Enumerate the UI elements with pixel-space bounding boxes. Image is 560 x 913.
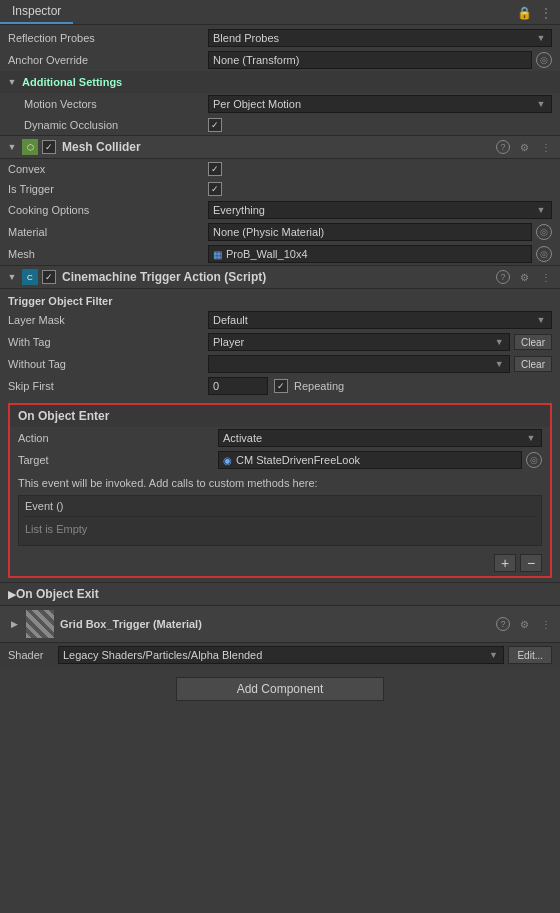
target-row: Target ◉ CM StateDrivenFreeLook ◎: [10, 449, 550, 471]
material-thumbnail: [26, 610, 54, 638]
inspector-tab-label: Inspector: [12, 4, 61, 18]
dropdown-arrow-icon: ▼: [493, 337, 505, 347]
anchor-override-target-btn[interactable]: ◎: [536, 52, 552, 68]
material-settings-icon[interactable]: ⚙: [516, 616, 532, 632]
motion-vectors-row: Motion Vectors Per Object Motion ▼: [0, 93, 560, 115]
convex-row: Convex ✓: [0, 159, 560, 179]
dropdown-arrow-icon: ▼: [487, 650, 499, 660]
cooking-options-dropdown[interactable]: Everything ▼: [208, 201, 552, 219]
reflection-probes-row: Reflection Probes Blend Probes ▼: [0, 25, 560, 49]
cinemachine-help-icon[interactable]: ?: [496, 270, 510, 284]
target-cm-icon: ◉: [223, 455, 232, 466]
material-help-icon[interactable]: ?: [496, 617, 510, 631]
cinemachine-settings-icon[interactable]: ⚙: [516, 269, 532, 285]
cinemachine-header[interactable]: ▼ C ✓ Cinemachine Trigger Action (Script…: [0, 265, 560, 289]
mesh-collider-icon: ⬡: [22, 139, 38, 155]
action-dropdown[interactable]: Activate ▼: [218, 429, 542, 447]
target-field[interactable]: ◉ CM StateDrivenFreeLook: [218, 451, 522, 469]
skip-first-row: Skip First ✓ Repeating: [0, 375, 560, 397]
without-tag-label: Without Tag: [8, 358, 208, 370]
motion-vectors-label: Motion Vectors: [8, 98, 208, 110]
event-label: Event (): [25, 500, 535, 512]
cinemachine-enabled-checkbox[interactable]: ✓: [42, 270, 56, 284]
lock-icon[interactable]: 🔒: [517, 6, 532, 20]
shader-label: Shader: [8, 649, 58, 661]
action-label: Action: [18, 432, 218, 444]
add-component-bar: Add Component: [0, 667, 560, 711]
dropdown-arrow-icon: ▼: [493, 359, 505, 369]
is-trigger-label: Is Trigger: [8, 183, 208, 195]
without-tag-dropdown[interactable]: ▼: [208, 355, 510, 373]
motion-vectors-dropdown[interactable]: Per Object Motion ▼: [208, 95, 552, 113]
reflection-probes-dropdown[interactable]: Blend Probes ▼: [208, 29, 552, 47]
mesh-collider-menu-icon[interactable]: ⋮: [538, 139, 554, 155]
with-tag-dropdown[interactable]: Player ▼: [208, 333, 510, 351]
mesh-grid-icon: ▦: [213, 249, 222, 260]
skip-first-input[interactable]: [208, 377, 268, 395]
chevron-right-icon: ▶: [11, 619, 18, 629]
add-component-button[interactable]: Add Component: [176, 677, 385, 701]
skip-first-checkbox[interactable]: ✓: [274, 379, 288, 393]
additional-settings-header[interactable]: ▼ Additional Settings: [0, 71, 560, 93]
more-options-icon[interactable]: ⋮: [540, 6, 552, 20]
mesh-target-btn[interactable]: ◎: [536, 246, 552, 262]
is-trigger-row: Is Trigger ✓: [0, 179, 560, 199]
shader-dropdown[interactable]: Legacy Shaders/Particles/Alpha Blended ▼: [58, 646, 504, 664]
remove-event-button[interactable]: −: [520, 554, 542, 572]
target-select-btn[interactable]: ◎: [526, 452, 542, 468]
shader-edit-button[interactable]: Edit...: [508, 646, 552, 664]
material-row: Material None (Physic Material) ◎: [0, 221, 560, 243]
dynamic-occlusion-label: Dynamic Occlusion: [8, 119, 208, 131]
mesh-collider-help-icon[interactable]: ?: [496, 140, 510, 154]
material-header: ▶ Grid Box_Trigger (Material) ? ⚙ ⋮: [0, 606, 560, 643]
chevron-down-icon: ▼: [6, 271, 18, 283]
trigger-object-filter-label: Trigger Object Filter: [8, 295, 113, 307]
material-target-btn[interactable]: ◎: [536, 224, 552, 240]
material-title: Grid Box_Trigger (Material): [60, 618, 496, 630]
dynamic-occlusion-checkbox[interactable]: ✓: [208, 118, 222, 132]
event-box: Event () List is Empty: [18, 495, 542, 546]
without-tag-row: Without Tag ▼ Clear: [0, 353, 560, 375]
layer-mask-dropdown[interactable]: Default ▼: [208, 311, 552, 329]
cinemachine-icon: C: [22, 269, 38, 285]
dropdown-arrow-icon: ▼: [535, 99, 547, 109]
mesh-collider-header[interactable]: ▼ ⬡ ✓ Mesh Collider ? ⚙ ⋮: [0, 135, 560, 159]
chevron-right-icon: ▶: [8, 588, 16, 601]
with-tag-label: With Tag: [8, 336, 208, 348]
convex-checkbox[interactable]: ✓: [208, 162, 222, 176]
mesh-row: Mesh ▦ ProB_Wall_10x4 ◎: [0, 243, 560, 265]
convex-label: Convex: [8, 163, 208, 175]
on-object-exit-header[interactable]: ▶ On Object Exit: [0, 582, 560, 605]
material-collapse-btn[interactable]: ▶: [6, 619, 22, 629]
with-tag-row: With Tag Player ▼ Clear: [0, 331, 560, 353]
dynamic-occlusion-row: Dynamic Occlusion ✓: [0, 115, 560, 135]
mesh-collider-title: Mesh Collider: [62, 140, 496, 154]
reflection-probes-label: Reflection Probes: [8, 32, 208, 44]
inspector-tab[interactable]: Inspector: [0, 0, 73, 24]
cooking-options-row: Cooking Options Everything ▼: [0, 199, 560, 221]
cinemachine-menu-icon[interactable]: ⋮: [538, 269, 554, 285]
mesh-field[interactable]: ▦ ProB_Wall_10x4: [208, 245, 532, 263]
anchor-override-label: Anchor Override: [8, 54, 208, 66]
without-tag-clear-button[interactable]: Clear: [514, 356, 552, 372]
add-event-button[interactable]: +: [494, 554, 516, 572]
skip-first-label: Skip First: [8, 380, 208, 392]
dropdown-arrow-icon: ▼: [525, 433, 537, 443]
cooking-options-label: Cooking Options: [8, 204, 208, 216]
anchor-override-field[interactable]: None (Transform): [208, 51, 532, 69]
dropdown-arrow-icon: ▼: [535, 33, 547, 43]
repeating-label: Repeating: [294, 380, 344, 392]
on-object-exit-label: On Object Exit: [16, 587, 99, 601]
additional-settings-title: Additional Settings: [22, 76, 554, 88]
with-tag-clear-button[interactable]: Clear: [514, 334, 552, 350]
mesh-collider-settings-icon[interactable]: ⚙: [516, 139, 532, 155]
material-menu-icon[interactable]: ⋮: [538, 616, 554, 632]
mesh-label: Mesh: [8, 248, 208, 260]
material-field[interactable]: None (Physic Material): [208, 223, 532, 241]
mesh-collider-enabled-checkbox[interactable]: ✓: [42, 140, 56, 154]
event-buttons-container: + −: [10, 550, 550, 576]
chevron-down-icon: ▼: [6, 76, 18, 88]
is-trigger-checkbox[interactable]: ✓: [208, 182, 222, 196]
shader-row: Shader Legacy Shaders/Particles/Alpha Bl…: [0, 643, 560, 667]
list-empty-label: List is Empty: [25, 517, 535, 541]
